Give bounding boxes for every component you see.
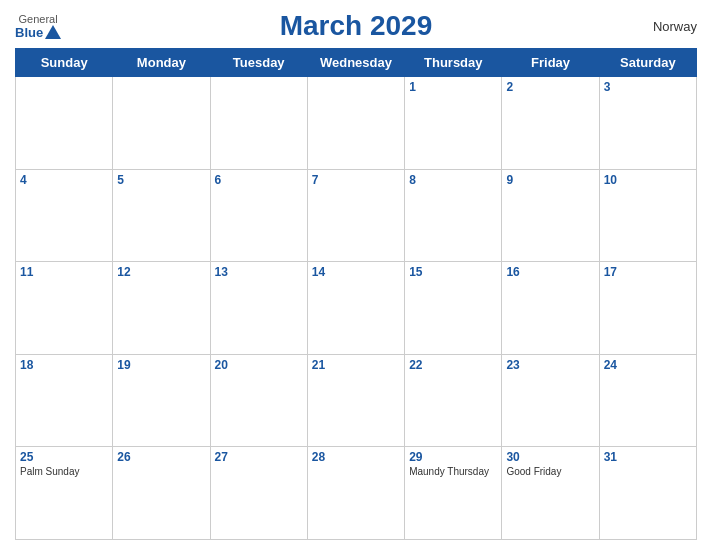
table-row: 6 — [210, 169, 307, 262]
header-friday: Friday — [502, 49, 599, 77]
day-number: 3 — [604, 80, 692, 94]
table-row: 7 — [307, 169, 404, 262]
day-number: 2 — [506, 80, 594, 94]
day-number: 7 — [312, 173, 400, 187]
calendar-week-row: 18192021222324 — [16, 354, 697, 447]
holiday-label: Good Friday — [506, 466, 594, 477]
day-number: 31 — [604, 450, 692, 464]
day-number: 10 — [604, 173, 692, 187]
day-number: 11 — [20, 265, 108, 279]
day-number: 20 — [215, 358, 303, 372]
table-row: 5 — [113, 169, 210, 262]
holiday-label: Palm Sunday — [20, 466, 108, 477]
table-row: 18 — [16, 354, 113, 447]
day-number: 16 — [506, 265, 594, 279]
table-row: 1 — [405, 77, 502, 170]
table-row: 8 — [405, 169, 502, 262]
header-thursday: Thursday — [405, 49, 502, 77]
logo-general-text: General — [19, 13, 58, 25]
table-row: 27 — [210, 447, 307, 540]
table-row: 11 — [16, 262, 113, 355]
calendar-table: Sunday Monday Tuesday Wednesday Thursday… — [15, 48, 697, 540]
table-row: 30Good Friday — [502, 447, 599, 540]
table-row: 2 — [502, 77, 599, 170]
table-row: 24 — [599, 354, 696, 447]
calendar-week-row: 123 — [16, 77, 697, 170]
calendar-week-row: 45678910 — [16, 169, 697, 262]
day-number: 25 — [20, 450, 108, 464]
table-row — [113, 77, 210, 170]
table-row: 15 — [405, 262, 502, 355]
day-number: 26 — [117, 450, 205, 464]
table-row: 23 — [502, 354, 599, 447]
table-row: 21 — [307, 354, 404, 447]
day-number: 14 — [312, 265, 400, 279]
table-row — [307, 77, 404, 170]
table-row: 28 — [307, 447, 404, 540]
header-wednesday: Wednesday — [307, 49, 404, 77]
header-sunday: Sunday — [16, 49, 113, 77]
table-row: 3 — [599, 77, 696, 170]
day-number: 29 — [409, 450, 497, 464]
table-row: 12 — [113, 262, 210, 355]
day-number: 19 — [117, 358, 205, 372]
table-row — [210, 77, 307, 170]
days-header-row: Sunday Monday Tuesday Wednesday Thursday… — [16, 49, 697, 77]
day-number: 23 — [506, 358, 594, 372]
table-row: 19 — [113, 354, 210, 447]
logo-blue-text: Blue — [15, 25, 61, 40]
table-row: 25Palm Sunday — [16, 447, 113, 540]
calendar-week-row: 11121314151617 — [16, 262, 697, 355]
table-row: 22 — [405, 354, 502, 447]
table-row: 20 — [210, 354, 307, 447]
logo: General Blue — [15, 13, 61, 40]
country-label: Norway — [653, 19, 697, 34]
table-row: 29Maundy Thursday — [405, 447, 502, 540]
day-number: 9 — [506, 173, 594, 187]
day-number: 22 — [409, 358, 497, 372]
table-row: 26 — [113, 447, 210, 540]
day-number: 15 — [409, 265, 497, 279]
day-number: 13 — [215, 265, 303, 279]
day-number: 4 — [20, 173, 108, 187]
table-row: 31 — [599, 447, 696, 540]
table-row: 17 — [599, 262, 696, 355]
page-title: March 2029 — [280, 10, 433, 42]
table-row: 14 — [307, 262, 404, 355]
day-number: 28 — [312, 450, 400, 464]
day-number: 27 — [215, 450, 303, 464]
header-monday: Monday — [113, 49, 210, 77]
holiday-label: Maundy Thursday — [409, 466, 497, 477]
day-number: 21 — [312, 358, 400, 372]
calendar-header: General Blue March 2029 Norway — [15, 10, 697, 42]
day-number: 18 — [20, 358, 108, 372]
day-number: 6 — [215, 173, 303, 187]
header-tuesday: Tuesday — [210, 49, 307, 77]
day-number: 12 — [117, 265, 205, 279]
day-number: 8 — [409, 173, 497, 187]
day-number: 24 — [604, 358, 692, 372]
header-saturday: Saturday — [599, 49, 696, 77]
svg-marker-0 — [45, 25, 61, 39]
table-row: 9 — [502, 169, 599, 262]
table-row: 4 — [16, 169, 113, 262]
table-row — [16, 77, 113, 170]
table-row: 10 — [599, 169, 696, 262]
calendar-week-row: 25Palm Sunday26272829Maundy Thursday30Go… — [16, 447, 697, 540]
table-row: 13 — [210, 262, 307, 355]
table-row: 16 — [502, 262, 599, 355]
day-number: 5 — [117, 173, 205, 187]
day-number: 1 — [409, 80, 497, 94]
day-number: 17 — [604, 265, 692, 279]
day-number: 30 — [506, 450, 594, 464]
